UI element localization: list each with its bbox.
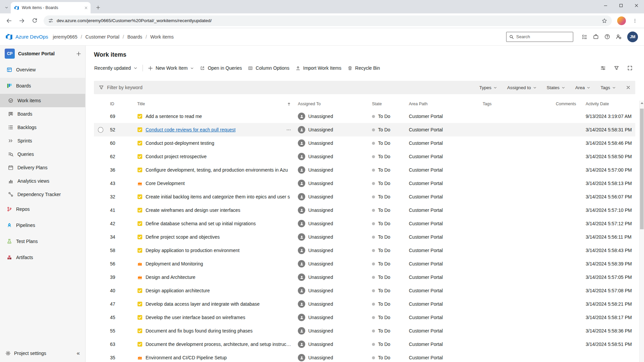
work-item-link[interactable]: Define database schema and set up initia… bbox=[146, 221, 256, 226]
work-item-link[interactable]: Core Development bbox=[146, 181, 185, 186]
table-row[interactable]: 52Conduct code reviews for each pull req… bbox=[94, 123, 635, 136]
scrollbar-thumb[interactable] bbox=[640, 109, 644, 229]
work-item-link[interactable]: Add a sentence to read me bbox=[146, 114, 202, 119]
close-filter-icon[interactable] bbox=[626, 85, 631, 90]
toolbar-button-trash[interactable]: Recycle Bin bbox=[344, 62, 383, 74]
vertical-scrollbar[interactable] bbox=[639, 101, 644, 362]
url-bar[interactable]: dev.azure.com/jeremy0665/Customer%20Port… bbox=[44, 15, 612, 26]
work-item-link[interactable]: Create wireframes and design user interf… bbox=[146, 207, 240, 213]
work-item-link[interactable]: Conduct project retrospective bbox=[146, 154, 207, 159]
sidebar-item-pipelines[interactable]: Pipelines bbox=[0, 217, 85, 233]
fullscreen-icon[interactable] bbox=[625, 63, 635, 73]
sidebar-item-overview[interactable]: Overview bbox=[0, 62, 85, 78]
sidebar-item-boards-sub[interactable]: Boards bbox=[0, 107, 85, 121]
keyword-filter-input[interactable] bbox=[107, 85, 469, 90]
breadcrumb-item[interactable]: Work items bbox=[150, 34, 174, 40]
breadcrumb-item[interactable]: jeremy0665 bbox=[53, 34, 77, 40]
toolbar-button-plus[interactable]: New Work Item bbox=[145, 62, 197, 74]
column-header-activity-date[interactable]: Activity Date bbox=[582, 102, 635, 106]
table-row[interactable]: 69Add a sentence to read meUnassignedTo … bbox=[94, 110, 635, 123]
toolbar-button-open-queries[interactable]: Open in Queries bbox=[197, 62, 245, 74]
sidebar-item-artifacts[interactable]: Artifacts bbox=[0, 249, 85, 265]
scrollbar-up-arrow[interactable] bbox=[640, 101, 644, 105]
filter-dropdown-types[interactable]: Types bbox=[479, 85, 497, 90]
browser-tab[interactable]: Work items - Boards bbox=[11, 2, 91, 13]
sidebar-item-test-plans[interactable]: Test Plans bbox=[0, 233, 85, 249]
project-header[interactable]: CP Customer Portal bbox=[0, 46, 85, 62]
project-settings[interactable]: Project settings « bbox=[0, 345, 85, 362]
row-context-menu-icon[interactable] bbox=[286, 127, 291, 132]
bookmark-star-icon[interactable] bbox=[602, 18, 607, 23]
browser-profile-avatar[interactable] bbox=[617, 16, 626, 25]
work-item-link[interactable]: Design and Architecture bbox=[146, 275, 196, 280]
column-header-assigned-to[interactable]: Assigned To bbox=[294, 102, 368, 106]
column-header-comments[interactable]: Comments bbox=[552, 102, 582, 106]
work-item-link[interactable]: Conduct post-deployment testing bbox=[146, 140, 214, 146]
view-selector[interactable]: Recently updated bbox=[91, 62, 141, 74]
work-item-link[interactable]: Deploy application to production environ… bbox=[146, 248, 239, 253]
work-item-link[interactable]: Environment and CI/CD Pipeline Setup bbox=[146, 355, 227, 360]
table-row[interactable]: 42Define database schema and set up init… bbox=[94, 217, 635, 230]
toolbar-button-columns[interactable]: Column Options bbox=[245, 62, 292, 74]
column-header-area-path[interactable]: Area Path bbox=[405, 102, 479, 106]
table-row[interactable]: 39Design and ArchitectureUnassignedTo Do… bbox=[94, 270, 635, 284]
marketplace-icon[interactable] bbox=[593, 34, 599, 40]
back-button[interactable] bbox=[3, 15, 15, 26]
work-item-link[interactable]: Configure development, testing, and prod… bbox=[146, 167, 288, 173]
table-row[interactable]: 35Environment and CI/CD Pipeline SetupUn… bbox=[94, 351, 635, 362]
add-project-icon[interactable] bbox=[76, 51, 81, 56]
filter-dropdown-states[interactable]: States bbox=[547, 85, 565, 90]
sidebar-item-work-items[interactable]: Work items bbox=[0, 94, 85, 107]
site-settings-icon[interactable] bbox=[48, 18, 53, 23]
user-avatar[interactable]: JM bbox=[627, 32, 638, 42]
table-row[interactable]: 32Create initial backlog items and categ… bbox=[94, 190, 635, 203]
table-row[interactable]: 34Define project scope and objectivesUna… bbox=[94, 230, 635, 244]
help-icon[interactable] bbox=[604, 34, 610, 40]
sidebar-item-repos[interactable]: Repos bbox=[0, 201, 85, 217]
search-input[interactable] bbox=[516, 34, 570, 39]
search-box[interactable] bbox=[506, 32, 573, 42]
table-row[interactable]: 60Conduct post-deployment testingUnassig… bbox=[94, 136, 635, 150]
table-row[interactable]: 45Develop the user interface based on wi… bbox=[94, 311, 635, 324]
tab-close-icon[interactable] bbox=[84, 6, 88, 10]
work-item-link[interactable]: Create initial backlog items and categor… bbox=[146, 194, 290, 199]
sidebar-item-queries[interactable]: Queries bbox=[0, 147, 85, 161]
breadcrumb-item[interactable]: Boards bbox=[127, 34, 142, 40]
sidebar-item-boards-hub[interactable]: Boards bbox=[0, 78, 85, 94]
row-select-radio[interactable] bbox=[98, 127, 103, 133]
window-close-button[interactable] bbox=[629, 0, 644, 11]
sidebar-item-backlogs[interactable]: Backlogs bbox=[0, 121, 85, 134]
work-item-link[interactable]: Document and fix bugs found during testi… bbox=[146, 328, 253, 334]
user-settings-icon[interactable] bbox=[616, 34, 622, 40]
work-item-link[interactable]: Design application architecture bbox=[146, 288, 210, 293]
table-row[interactable]: 55Document and fix bugs found during tes… bbox=[94, 324, 635, 338]
sidebar-item-dependency[interactable]: Dependency Tracker bbox=[0, 188, 85, 201]
sidebar-item-analytics[interactable]: Analytics views bbox=[0, 174, 85, 188]
toolbar-button-import[interactable]: Import Work Items bbox=[292, 62, 344, 74]
work-item-link[interactable]: Develop the user interface based on wire… bbox=[146, 315, 245, 320]
collapse-sidebar-icon[interactable]: « bbox=[77, 350, 80, 357]
column-header-id[interactable]: ID bbox=[106, 102, 135, 106]
work-item-link[interactable]: Document the development process, archit… bbox=[146, 342, 291, 347]
tab-search-button[interactable] bbox=[2, 3, 11, 12]
window-maximize-button[interactable] bbox=[613, 0, 629, 11]
work-item-link[interactable]: Conduct code reviews for each pull reque… bbox=[146, 127, 235, 132]
table-row[interactable]: 36Configure development, testing, and pr… bbox=[94, 163, 635, 177]
browser-menu-icon[interactable] bbox=[629, 15, 641, 26]
view-options-icon[interactable] bbox=[598, 63, 608, 73]
azure-devops-brand[interactable]: Azure DevOps bbox=[15, 34, 48, 40]
column-header-state[interactable]: State bbox=[368, 102, 405, 106]
url-text[interactable]: dev.azure.com/jeremy0665/Customer%20Port… bbox=[57, 18, 598, 23]
column-header-tags[interactable]: Tags bbox=[479, 102, 552, 106]
azure-devops-logo[interactable] bbox=[5, 33, 13, 41]
table-row[interactable]: 63Document the development process, arch… bbox=[94, 338, 635, 351]
table-row[interactable]: 41Create wireframes and design user inte… bbox=[94, 203, 635, 217]
my-work-icon[interactable] bbox=[582, 34, 587, 40]
work-item-link[interactable]: Deployment and Monitoring bbox=[146, 261, 203, 266]
sidebar-item-delivery-plans[interactable]: Delivery Plans bbox=[0, 161, 85, 174]
filter-dropdown-assigned-to[interactable]: Assigned to bbox=[507, 85, 537, 90]
new-tab-button[interactable] bbox=[93, 3, 103, 12]
table-row[interactable]: 62Conduct project retrospectiveUnassigne… bbox=[94, 150, 635, 163]
table-row[interactable]: 47Develop data access layer and integrat… bbox=[94, 297, 635, 311]
table-row[interactable]: 58Deploy application to production envir… bbox=[94, 244, 635, 257]
